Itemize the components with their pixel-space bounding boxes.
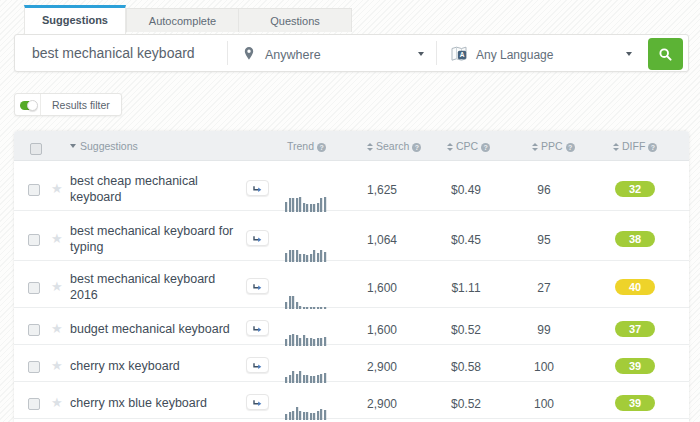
svg-text:A: A [460,51,465,58]
